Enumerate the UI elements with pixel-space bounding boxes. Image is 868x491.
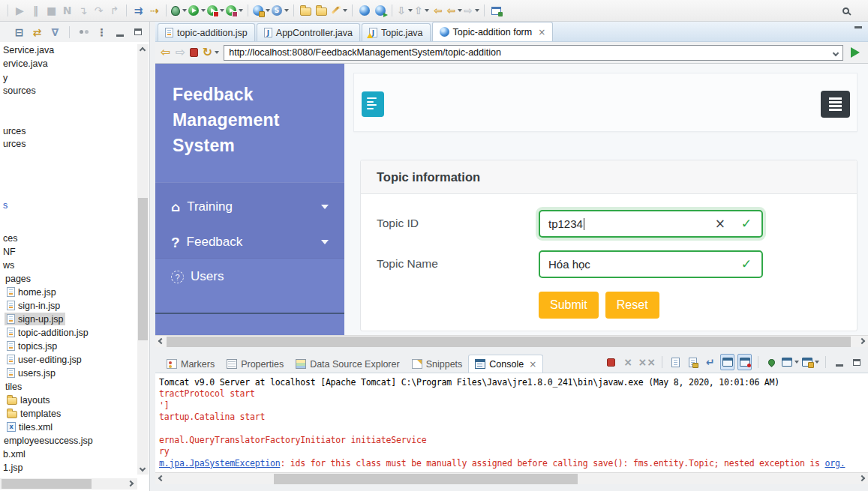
tree-item[interactable]: Service.java [1,43,56,56]
open-project-button[interactable] [314,2,329,19]
tree-item[interactable]: sign-in.jsp [5,299,62,312]
scroll-right-icon[interactable] [859,475,865,481]
profile-button[interactable] [226,2,243,19]
kebab-menu-button[interactable]: ⋮ [95,24,109,40]
scrollbar-thumb[interactable] [167,337,851,347]
tree-item[interactable]: sources [1,84,38,97]
view-tab-properties[interactable]: Properties [221,355,290,373]
scroll-down-icon[interactable] [140,466,146,472]
sidebar-item-feedback[interactable]: ?Feedback [155,231,344,253]
pause-button[interactable]: ‖ [29,2,43,19]
tree-item[interactable]: ws [1,259,17,271]
explorer-vertical-scrollbar[interactable] [137,44,149,475]
scrollbar-thumb[interactable] [2,479,92,489]
skip-breakpoints-button[interactable]: ⇉ [131,2,146,19]
scrollbar-thumb[interactable] [138,198,148,340]
stop-button[interactable]: ■ [44,2,59,19]
filter-button[interactable]: ∇ [48,24,62,40]
explorer-horizontal-scrollbar[interactable] [0,478,137,490]
tree-item[interactable]: user-editing.jsp [5,353,84,366]
close-icon[interactable]: × [529,359,536,370]
sidebar-item-users[interactable]: ?Users [155,265,344,288]
scroll-right-icon[interactable] [859,338,865,344]
magic-wand-button[interactable] [330,2,347,19]
editor-tab-topic-addition-form[interactable]: Topic-addition form× [432,22,554,41]
clear-icon[interactable]: × [715,216,725,231]
open-console-button[interactable] [802,354,819,370]
tree-item[interactable]: employeesuccess.jsp [2,434,95,447]
tree-item[interactable]: ervice.java [1,57,50,70]
open-folder-button[interactable] [299,2,313,19]
search-button[interactable] [839,2,853,19]
minimize-view-button[interactable] [113,24,127,40]
tree-item[interactable]: y [1,71,10,84]
debug-button[interactable] [171,2,187,19]
editor-tab-topic-java[interactable]: Topic.java [362,23,431,41]
scroll-lock-button[interactable] [686,354,700,370]
step-over-button[interactable]: ↷ [92,2,106,19]
tree-item[interactable]: topic-addition.jsp [5,326,91,339]
disconnect-button[interactable]: N [60,2,74,19]
spring-tool-button[interactable] [272,2,289,19]
tree-item[interactable]: sign-up.jsp [5,313,65,325]
view-tab-snippets[interactable]: Snippets [406,355,469,373]
terminate-button[interactable] [604,354,618,370]
last-edit-location-button[interactable] [489,2,503,19]
console-link[interactable]: org. [825,458,845,469]
reset-button[interactable]: Reset [605,292,659,319]
tree-item[interactable]: 1.jsp [1,461,25,474]
console-output[interactable]: Tomcat v9.0 Server at localhost [Apache … [155,373,868,472]
tree-item[interactable]: tiles [3,380,24,393]
menu-toggle-button[interactable] [821,91,850,118]
tree-item[interactable]: urces [1,137,29,150]
tree-item[interactable]: b.xml [1,448,28,460]
display-console-button[interactable] [782,354,799,370]
remove-launch-button[interactable]: × [621,354,635,370]
new-web-wizard-button[interactable] [253,2,270,19]
sidebar-item-training[interactable]: ⌂Training [155,196,344,218]
browser-forward-button[interactable]: ⇨ [175,46,185,58]
tree-item[interactable]: layouts [5,394,53,406]
tree-item[interactable]: templates [5,407,63,420]
tree-item[interactable]: tiles.xml [5,421,55,433]
browser-refresh-button[interactable]: ↻ [203,44,219,61]
tree-item[interactable]: topics.jsp [5,340,59,352]
sidebar-toggle-button[interactable] [362,91,384,117]
close-icon[interactable]: × [538,27,545,37]
editor-tab-topic-addition-jsp[interactable]: topic-addition.jsp [158,23,255,41]
run-button[interactable] [188,2,206,19]
submit-button[interactable]: Submit [539,292,599,319]
clear-console-button[interactable] [668,354,683,370]
view-tab-data-source-explorer[interactable]: Data Source Explorer [290,355,406,373]
minimize-console-button[interactable] [832,354,846,370]
console-horizontal-scrollbar[interactable] [155,472,868,484]
show-stderr-button[interactable] [737,354,752,370]
resume-button[interactable]: ▶ [13,2,27,19]
step-into-button[interactable]: ↴ [76,2,90,19]
export-button[interactable]: ⇧ [414,2,430,19]
coverage-button[interactable] [207,2,224,19]
import-button[interactable]: ⇩ [397,2,413,19]
tree-item[interactable]: s [1,199,10,211]
back-history-button[interactable]: ⇦ [431,2,445,19]
browser-go-button[interactable] [851,47,860,58]
back-button[interactable]: ⇦ [446,2,462,19]
step-filters-button[interactable]: ⇢ [147,2,161,19]
forward-button[interactable]: ⇨ [464,2,479,19]
scroll-right-icon[interactable] [128,481,134,487]
console-link[interactable]: m.jpa.JpaSystemException [159,458,280,469]
browser-stop-button[interactable] [190,48,198,57]
tree-item[interactable]: ces [1,232,20,244]
browser-back-button[interactable]: ⇦ [161,46,170,58]
editor-tab-appcontroller-java[interactable]: AppController.java [257,23,360,41]
step-return-button[interactable]: ↱ [107,2,122,19]
view-tab-markers[interactable]: Markers [161,355,221,373]
tree-item[interactable]: pages [3,272,33,285]
url-input[interactable] [224,46,842,59]
collapse-all-button[interactable]: ⊟ [12,24,26,40]
tree-item[interactable]: NF [1,245,18,258]
minimize-editor-button[interactable] [854,26,862,28]
show-stdout-button[interactable] [720,354,734,370]
tree-item[interactable]: users.jsp [5,367,58,379]
scroll-left-icon[interactable] [158,475,164,481]
